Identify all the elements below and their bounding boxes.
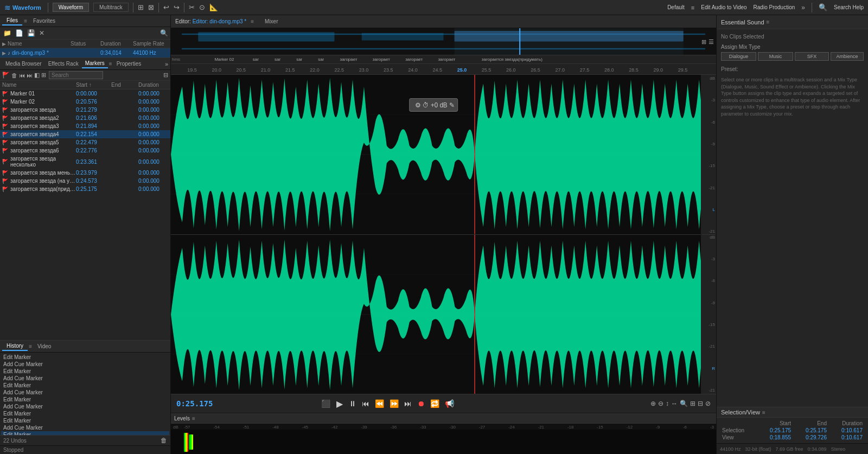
tab-waveform[interactable]: Waveform xyxy=(53,3,89,12)
toolbar-icon-7[interactable]: 📐 xyxy=(209,3,218,11)
rewind-btn[interactable]: ⏪ xyxy=(373,398,386,409)
more-workspaces-btn[interactable]: » xyxy=(801,4,805,11)
history-item-5[interactable]: Add Cue Marker xyxy=(1,389,169,396)
search-icon-btn[interactable]: 🔍 xyxy=(819,3,827,11)
marker-next-btn[interactable]: ⏭ xyxy=(27,72,33,79)
zoom-btn-2[interactable]: ⊖ xyxy=(658,400,663,407)
marker-filter-btn[interactable]: ⊟ xyxy=(163,72,168,79)
marker-row-10[interactable]: 🚩 загорается звезда (на убиваю... 0:24.5… xyxy=(0,177,170,185)
mix-type-music[interactable]: Music xyxy=(758,52,793,61)
files-search-btn[interactable]: 🔍 xyxy=(160,29,168,37)
mix-type-ambience[interactable]: Ambience xyxy=(831,52,864,61)
zoom-btn-5[interactable]: 🔍 xyxy=(680,400,688,407)
file-row[interactable]: ▶ ♪ din-dong.mp3 * 0:34,014 44100 Hz xyxy=(0,48,170,57)
waveform-track-bottom[interactable] xyxy=(171,235,716,394)
zoom-btn-8[interactable]: ⊘ xyxy=(705,400,711,407)
toolbar-icon-4[interactable]: ↪ xyxy=(174,3,180,11)
waveform-tracks-area[interactable]: /* waveform drawn via rects below */ xyxy=(171,75,716,394)
mixer-tab[interactable]: Mixer xyxy=(265,18,278,24)
zoom-btn-7[interactable]: ⊟ xyxy=(698,400,703,407)
marker-row-7[interactable]: 🚩 загорается звезда6 0:22.776 0:00.000 xyxy=(0,146,170,155)
marker-tool-2[interactable]: ⊞ xyxy=(41,72,46,79)
expand-panels-btn[interactable]: » xyxy=(165,61,168,67)
mix-type-sfx[interactable]: SFX xyxy=(795,52,829,61)
marker-delete-btn[interactable]: 🗑 xyxy=(11,72,17,79)
zoom-btn-6[interactable]: ⊞ xyxy=(690,400,695,407)
forward-btn[interactable]: ⏩ xyxy=(388,398,400,409)
history-item-1[interactable]: Add Cue Marker xyxy=(1,361,169,368)
history-item-3[interactable]: Add Cue Marker xyxy=(1,375,169,382)
history-item-11[interactable]: Edit Marker xyxy=(1,431,169,435)
tab-effects-rack[interactable]: Effects Rack xyxy=(45,60,82,68)
save-file-btn[interactable]: 💾 xyxy=(26,29,36,37)
tab-media-browser[interactable]: Media Browser xyxy=(2,60,45,68)
toolbar-icon-5[interactable]: ✂ xyxy=(189,3,195,11)
output-btn[interactable]: 📢 xyxy=(443,398,456,409)
open-file-btn[interactable]: 📄 xyxy=(14,29,24,37)
marker-prev-btn[interactable]: ⏮ xyxy=(19,72,25,79)
marker-row-6[interactable]: 🚩 загорается звезда5 0:22.479 0:00.000 xyxy=(0,138,170,146)
waveform-overview[interactable]: ⊞ ☰ xyxy=(171,28,716,55)
marker-add-btn[interactable]: 🚩 xyxy=(2,72,10,79)
marker-tool-1[interactable]: ◧ xyxy=(34,72,40,79)
marker-row-8[interactable]: 🚩 загорается звезда несколько 0:23.361 0… xyxy=(0,155,170,169)
history-item-8[interactable]: Edit Marker xyxy=(1,410,169,417)
editor-menu-icon[interactable]: ≡ xyxy=(251,18,254,24)
to-end-btn[interactable]: ⏭ xyxy=(403,398,413,409)
marker-row-11[interactable]: 🚩 загорается звезда(придумать) 0:25.175 … xyxy=(0,185,170,193)
history-item-10[interactable]: Add Cue Marker xyxy=(1,424,169,431)
marker-row-1[interactable]: 🚩 Marker 02 0:20.576 0:00.000 xyxy=(0,98,170,106)
to-start-btn[interactable]: ⏮ xyxy=(360,398,371,409)
markers-search-input[interactable] xyxy=(49,71,103,79)
marker-row-2[interactable]: 🚩 загорается звезда 0:21.279 0:00.000 xyxy=(0,106,170,114)
play-btn[interactable]: ▶ xyxy=(334,398,345,410)
marker-row-0[interactable]: 🚩 Marker 01 0:00.000 0:00.000 xyxy=(0,89,170,98)
zoom-btn-1[interactable]: ⊕ xyxy=(650,400,656,407)
marker-row-3[interactable]: 🚩 загорается звезда2 0:21.606 0:00.000 xyxy=(0,114,170,122)
toolbar-icon-3[interactable]: ↩ xyxy=(163,3,169,11)
zoom-btn-4[interactable]: ↔ xyxy=(671,400,678,407)
tab-video[interactable]: Video xyxy=(33,342,55,350)
history-menu-icon[interactable]: ≡ xyxy=(28,343,33,349)
tab-markers[interactable]: Markers xyxy=(82,59,108,68)
essential-sound-menu-icon[interactable]: ≡ xyxy=(767,19,770,25)
radio-production-btn[interactable]: Radio Production xyxy=(754,4,795,10)
folder-btn[interactable]: 📁 xyxy=(2,29,12,37)
tab-properties[interactable]: Properties xyxy=(113,60,145,68)
marker-row-4[interactable]: 🚩 загорается звезда3 0:21.894 0:00.000 xyxy=(0,122,170,130)
edit-audio-to-video-btn[interactable]: Edit Audio to Video xyxy=(701,4,746,10)
markers-menu-icon[interactable]: ≡ xyxy=(108,61,113,67)
files-menu-icon[interactable]: ≡ xyxy=(22,18,29,24)
stop-btn[interactable]: ⬛ xyxy=(320,398,332,409)
history-item-0[interactable]: Edit Marker xyxy=(1,354,169,361)
toolbar-icon-2[interactable]: ⊠ xyxy=(148,3,154,11)
close-file-btn[interactable]: ✕ xyxy=(38,29,46,37)
workspace-dropdown[interactable]: Default xyxy=(667,4,685,10)
levels-menu-icon[interactable]: ≡ xyxy=(192,415,195,421)
tab-files[interactable]: Files xyxy=(2,16,22,25)
history-item-7[interactable]: Add Cue Marker xyxy=(1,403,169,410)
toolbar-icon-6[interactable]: ⊙ xyxy=(199,3,205,11)
zoom-btn-3[interactable]: ↕ xyxy=(666,400,669,407)
workspace-settings-icon[interactable]: ≡ xyxy=(691,4,694,11)
mix-type-dialogue[interactable]: Dialogue xyxy=(721,52,756,61)
history-item-4[interactable]: Edit Marker xyxy=(1,382,169,389)
overview-list-btn[interactable]: ☰ xyxy=(709,38,714,45)
tab-history[interactable]: History xyxy=(2,342,28,351)
toolbar-icon-1[interactable]: ⊞ xyxy=(138,3,144,11)
marker-row-9[interactable]: 🚩 загорается звезда меньше не... 0:23.97… xyxy=(0,169,170,177)
history-item-2[interactable]: Edit Marker xyxy=(1,368,169,375)
marker-row-5[interactable]: 🚩 загорается звезда4 0:22.154 0:00.000 xyxy=(0,130,170,138)
clear-history-btn[interactable]: 🗑 xyxy=(161,437,167,444)
tab-multitrack[interactable]: Multitrack xyxy=(93,3,129,12)
marker-name-0: Marker 01 xyxy=(10,91,76,97)
history-item-6[interactable]: Edit Marker xyxy=(1,396,169,403)
sv-menu-icon[interactable]: ≡ xyxy=(762,410,765,415)
record-btn[interactable]: ⏺ xyxy=(416,398,426,409)
history-item-9[interactable]: Edit Marker xyxy=(1,417,169,424)
loop-btn[interactable]: 🔁 xyxy=(429,398,441,409)
tab-favorites[interactable]: Favorites xyxy=(29,17,60,25)
overview-zoom-in-btn[interactable]: ⊞ xyxy=(701,38,706,45)
pause-btn[interactable]: ⏸ xyxy=(347,398,358,409)
waveform-track-top[interactable]: /* waveform drawn via rects below */ xyxy=(171,75,716,235)
